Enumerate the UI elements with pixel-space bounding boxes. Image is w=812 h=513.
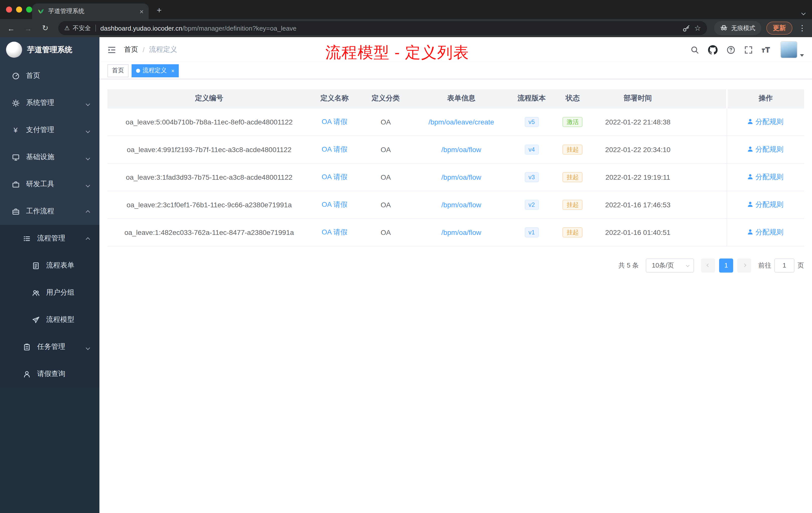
col-spacer (684, 89, 727, 108)
form-link[interactable]: /bpm/oa/flow (441, 145, 481, 153)
definition-name-link[interactable]: OA 请假 (322, 228, 348, 236)
annotation-title: 流程模型 - 定义列表 (325, 42, 469, 63)
screen: 芋道管理系统 × + ← → ↻ ⚠ 不安全 dashboard.yudao.i… (0, 0, 812, 513)
close-window-button[interactable] (6, 6, 12, 12)
current-page-button[interactable]: 1 (719, 258, 733, 272)
definition-category: OA (358, 218, 413, 246)
sidebar-submenu: 流程管理 流程表单 用户分组 (0, 225, 99, 388)
definition-name-link[interactable]: OA 请假 (322, 145, 348, 153)
definition-id: oa_leave:5:004b710b-7b8a-11ec-8ef0-acde4… (108, 108, 311, 135)
page-unit-label: 页 (798, 261, 804, 270)
bookmark-star-icon[interactable]: ☆ (694, 24, 701, 33)
chevron-up-icon (86, 207, 89, 215)
sidebar-filler (0, 388, 99, 513)
status-badge: 激活 (563, 117, 583, 127)
browser-menu-icon[interactable]: ⋮ (798, 24, 807, 33)
browser-tabstrip: 芋道管理系统 × + (0, 0, 812, 19)
assign-person-icon (748, 173, 754, 181)
form-link[interactable]: /bpm/oa/leave/create (428, 118, 494, 126)
status-badge: 挂起 (563, 227, 583, 237)
address-bar[interactable]: ⚠ 不安全 dashboard.yudao.iocoder.cn/bpm/man… (58, 21, 707, 35)
breadcrumb-home[interactable]: 首页 (124, 45, 138, 54)
definition-category: OA (358, 163, 413, 191)
breadcrumb: 首页 / 流程定义 (124, 45, 177, 54)
status-badge: 挂起 (563, 200, 583, 210)
reload-icon[interactable]: ↻ (39, 24, 51, 33)
tag-process-definition[interactable]: 流程定义 × (132, 64, 179, 77)
sidebar-item-system[interactable]: 系统管理 (0, 89, 99, 117)
sidebar-item-workflow[interactable]: 工作流程 (0, 198, 99, 225)
version-badge: v4 (524, 144, 539, 154)
minimize-window-button[interactable] (16, 6, 22, 12)
assign-rule-link[interactable]: 分配规则 (755, 228, 784, 237)
assign-rule-link[interactable]: 分配规则 (755, 173, 784, 181)
deploy-time: 2022-01-16 17:46:53 (591, 191, 684, 218)
form-link[interactable]: /bpm/oa/flow (441, 228, 481, 236)
sidebar-item-process-management[interactable]: 流程管理 (0, 225, 99, 252)
col-definition-category: 定义分类 (358, 89, 413, 108)
sidebar-item-user-groups[interactable]: 用户分组 (0, 279, 99, 306)
table-header-row: 定义编号 定义名称 定义分类 表单信息 流程版本 状态 部署时间 操作 (108, 89, 804, 108)
sidebar-item-task-management[interactable]: 任务管理 (0, 333, 99, 360)
warning-icon: ⚠ (64, 25, 70, 32)
sidebar-item-home[interactable]: 首页 (0, 62, 99, 89)
definition-name-link[interactable]: OA 请假 (322, 173, 348, 180)
github-icon[interactable] (708, 45, 718, 55)
table-row: oa_leave:1:482ec033-762a-11ec-8477-a2380… (108, 218, 804, 246)
prev-page-button[interactable] (701, 258, 715, 272)
form-link[interactable]: /bpm/oa/flow (441, 201, 481, 209)
definition-name-link[interactable]: OA 请假 (322, 200, 348, 208)
avatar-image (780, 41, 798, 58)
sidebar-item-process-models[interactable]: 流程模型 (0, 306, 99, 333)
search-icon[interactable] (691, 46, 699, 54)
tag-close-icon[interactable]: × (171, 67, 174, 73)
sidebar-item-leave-query[interactable]: 请假查询 (0, 360, 99, 388)
incognito-icon (720, 24, 728, 33)
maximize-window-button[interactable] (26, 6, 32, 12)
goto-page-input[interactable] (774, 258, 794, 272)
sidebar-item-process-forms[interactable]: 流程表单 (0, 252, 99, 279)
page-size-select[interactable]: 10条/页 (646, 258, 694, 272)
tag-home[interactable]: 首页 (108, 64, 128, 77)
process-list-icon (22, 235, 31, 242)
deploy-time: 2022-01-22 19:19:11 (591, 163, 684, 191)
next-page-button[interactable] (737, 258, 751, 272)
hamburger-icon[interactable] (108, 46, 116, 54)
user-group-icon (31, 289, 40, 296)
assign-rule-link[interactable]: 分配规则 (755, 145, 784, 154)
definition-category: OA (358, 135, 413, 163)
definition-name-link[interactable]: OA 请假 (322, 117, 348, 125)
url-path: /bpm/manager/definition?key=oa_leave (182, 24, 296, 32)
new-tab-button[interactable]: + (153, 4, 166, 17)
update-button[interactable]: 更新 (766, 22, 792, 35)
sidebar-item-devtools[interactable]: 研发工具 (0, 171, 99, 198)
security-chip[interactable]: ⚠ 不安全 (64, 24, 91, 32)
assign-rule-link[interactable]: 分配规则 (755, 117, 784, 126)
version-badge: v1 (524, 227, 539, 237)
sidebar-item-payment[interactable]: ¥ 支付管理 (0, 117, 99, 144)
dashboard-icon (11, 72, 20, 80)
tab-close-icon[interactable]: × (140, 8, 144, 15)
forward-icon[interactable]: → (22, 24, 34, 32)
font-size-icon[interactable]: T T (762, 46, 771, 54)
col-definition-id: 定义编号 (108, 89, 311, 108)
paper-plane-icon (31, 316, 40, 324)
assign-rule-link[interactable]: 分配规则 (755, 200, 784, 209)
assign-person-icon (748, 228, 754, 236)
tab-search-icon[interactable] (802, 7, 805, 17)
url-separator (95, 25, 96, 32)
form-link[interactable]: /bpm/oa/flow (441, 173, 481, 181)
user-avatar[interactable] (780, 41, 804, 58)
browser-tab[interactable]: 芋道管理系统 × (32, 3, 149, 19)
active-dot (136, 68, 140, 72)
assign-person-icon (748, 145, 754, 153)
definition-id: oa_leave:4:991f2193-7b7f-11ec-a3c8-acde4… (108, 135, 311, 163)
sidebar-item-infrastructure[interactable]: 基础设施 (0, 144, 99, 171)
back-icon[interactable]: ← (5, 24, 17, 32)
fullscreen-icon[interactable] (744, 46, 753, 54)
help-icon[interactable] (727, 46, 735, 54)
key-icon[interactable] (682, 24, 690, 32)
browser-toolbar: ← → ↻ ⚠ 不安全 dashboard.yudao.iocoder.cn/b… (0, 19, 812, 37)
window-controls (6, 6, 32, 12)
version-badge: v3 (524, 172, 539, 182)
